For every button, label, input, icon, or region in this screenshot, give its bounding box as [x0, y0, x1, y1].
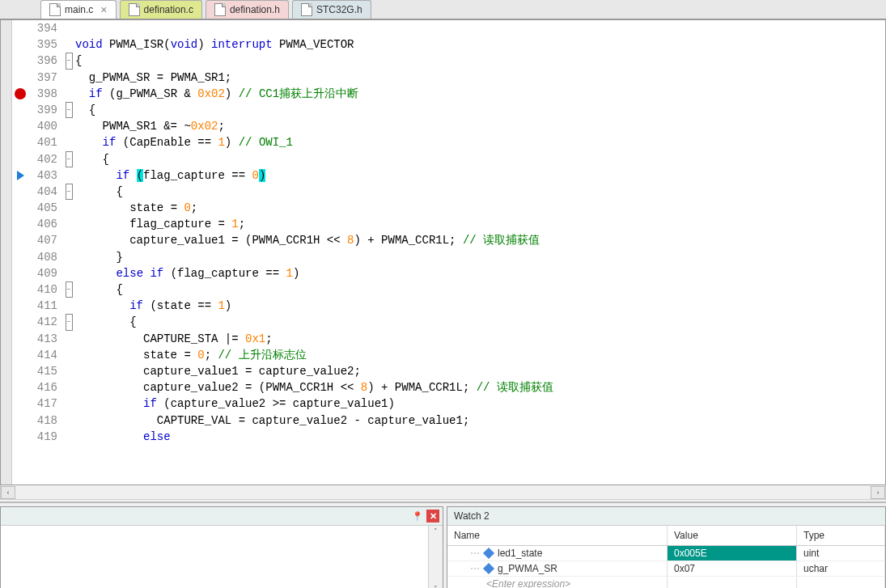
- marker-slot[interactable]: [12, 412, 28, 429]
- fold-slot[interactable]: [62, 298, 75, 314]
- code-line[interactable]: {: [75, 281, 885, 298]
- header-type[interactable]: Type: [797, 526, 885, 545]
- code-line[interactable]: CAPTURE_STA |= 0x1;: [75, 331, 885, 347]
- marker-slot[interactable]: [12, 396, 28, 412]
- tab-stc32g-h[interactable]: STC32G.h: [292, 0, 371, 19]
- marker-slot[interactable]: [12, 118, 28, 134]
- marker-column[interactable]: [12, 20, 28, 484]
- code-line[interactable]: if (g_PWMA_SR & 0x02) // CC1捕获上升沿中断: [75, 86, 885, 102]
- code-line[interactable]: CAPTURE_VAL = capture_value2 - capture_v…: [75, 412, 885, 429]
- fold-slot[interactable]: [62, 379, 75, 396]
- code-line[interactable]: void PWMA_ISR(void) interrupt PWMA_VECTO…: [75, 36, 885, 53]
- code-line[interactable]: {: [75, 102, 885, 118]
- scroll-up-button[interactable]: ˄: [434, 527, 438, 535]
- marker-slot[interactable]: [12, 36, 28, 53]
- fold-slot[interactable]: [62, 363, 75, 379]
- fold-slot[interactable]: [62, 118, 75, 134]
- marker-slot[interactable]: [12, 347, 28, 363]
- code-line[interactable]: if (capture_value2 >= capture_value1): [75, 396, 885, 412]
- marker-slot[interactable]: [12, 281, 28, 298]
- marker-slot[interactable]: [12, 363, 28, 379]
- code-line[interactable]: if (flag_capture == 0): [75, 167, 885, 184]
- code-line[interactable]: capture_value1 = capture_value2;: [75, 363, 885, 379]
- marker-slot[interactable]: [12, 86, 28, 102]
- scroll-left-button[interactable]: ‹: [1, 486, 15, 499]
- scroll-down-button[interactable]: ˅: [434, 585, 438, 588]
- marker-slot[interactable]: [12, 53, 28, 69]
- code-line[interactable]: g_PWMA_SR = PWMA_SR1;: [75, 70, 885, 86]
- fold-column[interactable]: −−−−−−: [62, 20, 75, 484]
- fold-slot[interactable]: [62, 200, 75, 216]
- fold-slot[interactable]: [62, 232, 75, 248]
- watch-value-cell[interactable]: 0x07: [668, 561, 797, 576]
- marker-slot[interactable]: [12, 429, 28, 445]
- tab-defination-h[interactable]: defination.h: [206, 0, 289, 19]
- code-line[interactable]: capture_value2 = (PWMA_CCR1H << 8) + PWM…: [75, 379, 885, 396]
- fold-slot[interactable]: −: [62, 151, 75, 167]
- marker-slot[interactable]: [12, 134, 28, 150]
- fold-slot[interactable]: [62, 134, 75, 150]
- code-line[interactable]: }: [75, 249, 885, 265]
- fold-slot[interactable]: [62, 396, 75, 412]
- close-icon[interactable]: ✕: [426, 510, 439, 522]
- marker-slot[interactable]: [12, 184, 28, 200]
- fold-slot[interactable]: [62, 36, 75, 53]
- fold-slot[interactable]: [62, 249, 75, 265]
- marker-slot[interactable]: [12, 151, 28, 167]
- code-line[interactable]: state = 0;: [75, 200, 885, 216]
- fold-slot[interactable]: −: [62, 281, 75, 298]
- marker-slot[interactable]: [12, 298, 28, 314]
- watch-row[interactable]: ⋯ g_PWMA_SR0x07uchar: [447, 561, 885, 577]
- tab-main-c[interactable]: main.c ×: [40, 0, 117, 19]
- code-line[interactable]: if (state == 1): [75, 298, 885, 314]
- watch-row[interactable]: ⋯ led1_state0x005Euint: [447, 546, 885, 561]
- marker-slot[interactable]: [12, 167, 28, 184]
- marker-slot[interactable]: [12, 249, 28, 265]
- fold-slot[interactable]: −: [62, 53, 75, 69]
- code-area[interactable]: void PWMA_ISR(void) interrupt PWMA_VECTO…: [75, 20, 885, 484]
- fold-slot[interactable]: [62, 347, 75, 363]
- fold-slot[interactable]: [62, 20, 75, 36]
- horizontal-scrollbar[interactable]: ‹ ›: [0, 485, 886, 500]
- code-line[interactable]: {: [75, 151, 885, 167]
- fold-slot[interactable]: [62, 86, 75, 102]
- fold-slot[interactable]: [62, 412, 75, 429]
- close-icon[interactable]: ×: [100, 4, 107, 15]
- code-line[interactable]: flag_capture = 1;: [75, 216, 885, 232]
- marker-slot[interactable]: [12, 314, 28, 330]
- fold-slot[interactable]: [62, 216, 75, 232]
- fold-slot[interactable]: −: [62, 184, 75, 200]
- fold-slot[interactable]: −: [62, 314, 75, 330]
- header-name[interactable]: Name: [447, 526, 668, 545]
- vertical-scrollbar[interactable]: ˄ ˅: [428, 526, 443, 588]
- marker-slot[interactable]: [12, 331, 28, 347]
- code-line[interactable]: {: [75, 314, 885, 330]
- code-line[interactable]: else: [75, 429, 885, 445]
- fold-slot[interactable]: [62, 331, 75, 347]
- code-line[interactable]: else if (flag_capture == 1): [75, 265, 885, 281]
- code-line[interactable]: [75, 20, 885, 36]
- fold-slot[interactable]: [62, 167, 75, 184]
- watch-value-cell[interactable]: 0x005E: [668, 546, 797, 561]
- code-line[interactable]: {: [75, 53, 885, 69]
- marker-slot[interactable]: [12, 102, 28, 118]
- marker-slot[interactable]: [12, 379, 28, 396]
- scroll-track[interactable]: [15, 486, 871, 499]
- header-value[interactable]: Value: [668, 526, 797, 545]
- fold-slot[interactable]: −: [62, 102, 75, 118]
- code-line[interactable]: {: [75, 184, 885, 200]
- fold-slot[interactable]: [62, 70, 75, 86]
- scroll-right-button[interactable]: ›: [871, 486, 885, 499]
- marker-slot[interactable]: [12, 265, 28, 281]
- code-line[interactable]: state = 0; // 上升沿标志位: [75, 347, 885, 363]
- marker-slot[interactable]: [12, 232, 28, 248]
- panel-divider[interactable]: [0, 500, 886, 503]
- tab-defination-c[interactable]: defination.c: [120, 0, 202, 19]
- code-line[interactable]: capture_value1 = (PWMA_CCR1H << 8) + PWM…: [75, 232, 885, 248]
- fold-slot[interactable]: [62, 265, 75, 281]
- pin-icon[interactable]: 📍: [412, 510, 423, 522]
- watch-enter-row[interactable]: <Enter expression>: [447, 577, 885, 588]
- marker-slot[interactable]: [12, 200, 28, 216]
- fold-slot[interactable]: [62, 429, 75, 445]
- marker-slot[interactable]: [12, 70, 28, 86]
